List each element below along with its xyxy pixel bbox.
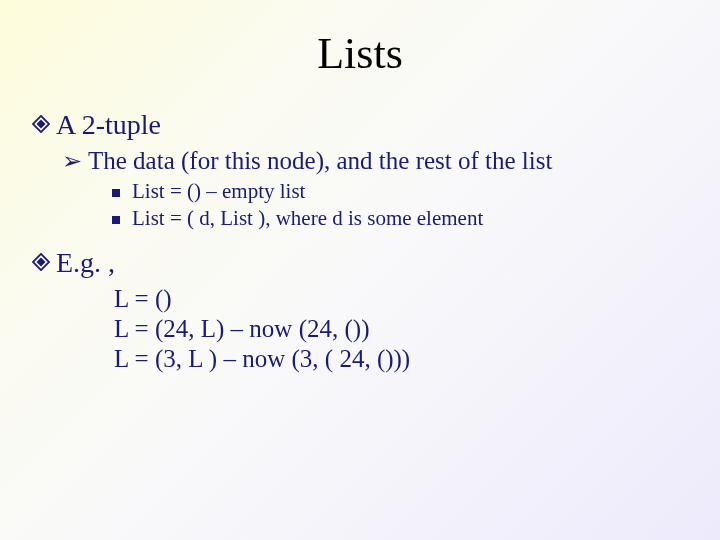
level3-text: List = () – empty list	[132, 179, 305, 203]
level3-text: List = ( d, List ), where d is some elem…	[132, 206, 483, 230]
square-icon	[112, 216, 120, 224]
bullet-level1: E.g. ,	[32, 247, 700, 279]
level1-text: E.g. ,	[56, 247, 115, 278]
body-text: L = (24, L) – now (24, ())	[114, 315, 700, 343]
bullet-level3: List = () – empty list	[112, 179, 700, 204]
svg-marker-1	[37, 120, 46, 129]
level1-text: A 2-tuple	[56, 109, 161, 140]
level2-text: The data (for this node), and the rest o…	[88, 147, 552, 174]
slide: Lists A 2-tuple ➢ The data (for this nod…	[0, 0, 720, 540]
body-text: L = ()	[114, 285, 700, 313]
bullet-level2: ➢ The data (for this node), and the rest…	[62, 147, 700, 175]
slide-title: Lists	[20, 28, 700, 79]
svg-marker-3	[37, 258, 46, 267]
diamond-icon	[32, 253, 50, 275]
bullet-level1: A 2-tuple	[32, 109, 700, 141]
chevron-right-icon: ➢	[62, 147, 82, 175]
body-text: L = (3, L ) – now (3, ( 24, ()))	[114, 345, 700, 373]
square-icon	[112, 189, 120, 197]
bullet-level3: List = ( d, List ), where d is some elem…	[112, 206, 700, 231]
diamond-icon	[32, 115, 50, 137]
